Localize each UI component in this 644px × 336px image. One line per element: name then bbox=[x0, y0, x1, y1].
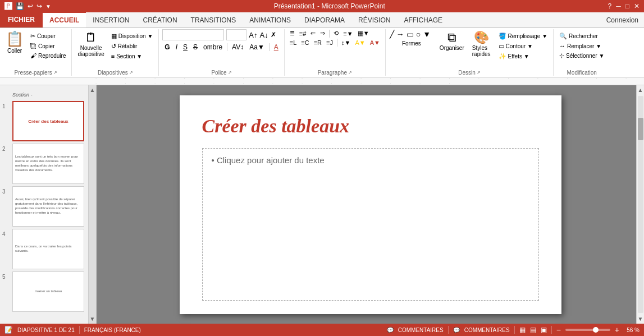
section-button[interactable]: ≡ Section ▼ bbox=[109, 52, 156, 61]
quick-access-customize[interactable]: ▼ bbox=[45, 3, 51, 10]
slide-item-4[interactable]: 4 Dans ce cours, on va traiter les point… bbox=[2, 229, 86, 269]
slide-title-text[interactable]: Créer des tableaux bbox=[202, 116, 539, 137]
font-grow-btn[interactable]: A↑ bbox=[249, 31, 257, 39]
italic-button[interactable]: I bbox=[173, 43, 180, 52]
scroll-down-arrow[interactable]: ▼ bbox=[88, 314, 97, 324]
zoom-out-btn[interactable]: − bbox=[556, 325, 561, 334]
tab-insertion[interactable]: INSERTION bbox=[86, 12, 136, 27]
zoom-pct[interactable]: 56 % bbox=[624, 327, 640, 333]
slide-thumb-2[interactable]: Les tableaux sont un très bon moyen pour… bbox=[12, 144, 84, 184]
bold-button[interactable]: G bbox=[162, 43, 172, 52]
tab-fichier[interactable]: FICHIER bbox=[0, 12, 43, 27]
group-expand-icon5[interactable]: ↗ bbox=[477, 70, 481, 75]
shape-arrow[interactable]: → bbox=[396, 29, 405, 39]
view-reading[interactable]: ▣ bbox=[541, 326, 547, 334]
scroll-up-arrow[interactable]: ▲ bbox=[88, 85, 97, 95]
group-expand-icon2[interactable]: ↗ bbox=[129, 70, 133, 75]
quick-access-save[interactable]: 💾 bbox=[16, 2, 24, 10]
spacing-button[interactable]: AV↕ bbox=[230, 43, 246, 52]
font-name-input[interactable] bbox=[162, 29, 224, 40]
slide-item-3[interactable]: 3 Aussi, bien qu'il soit possible de sép… bbox=[2, 186, 86, 227]
case-button[interactable]: Aa▼ bbox=[247, 43, 267, 52]
language-info[interactable]: FRANÇAIS (FRANCE) bbox=[84, 327, 141, 333]
help-button[interactable]: ? bbox=[608, 2, 612, 10]
font-color2-btn[interactable]: A▼ bbox=[368, 39, 382, 47]
align-right[interactable]: ≡R bbox=[312, 39, 323, 47]
quick-access-redo[interactable]: ↪ bbox=[36, 2, 42, 10]
maximize-button[interactable]: □ bbox=[625, 2, 629, 10]
slide-thumb-4[interactable]: Dans ce cours, on va traiter les points … bbox=[12, 229, 84, 269]
decrease-indent[interactable]: ⇐ bbox=[309, 29, 317, 38]
view-slide[interactable]: ▤ bbox=[530, 326, 536, 334]
shadow-button[interactable]: ombre bbox=[201, 43, 225, 52]
align-left[interactable]: ≡L bbox=[288, 39, 299, 47]
columns-button[interactable]: ▦▼ bbox=[356, 29, 371, 38]
tab-creation[interactable]: CRÉATION bbox=[136, 12, 184, 27]
tab-animations[interactable]: ANIMATIONS bbox=[243, 12, 298, 27]
remplissage-button[interactable]: 🪣 Remplissage ▼ bbox=[496, 31, 550, 41]
text-direction[interactable]: ⟲ bbox=[332, 29, 340, 38]
shape-more[interactable]: ▼ bbox=[422, 29, 431, 39]
slide-item-1[interactable]: 1 Créer des tableaux bbox=[2, 101, 86, 141]
connexion-button[interactable]: Connexion bbox=[601, 13, 644, 27]
tab-revision[interactable]: RÉVISION bbox=[351, 12, 397, 27]
organiser-button[interactable]: ⧉ Organiser bbox=[437, 29, 467, 52]
notes-icon[interactable]: 📝 bbox=[4, 326, 13, 334]
styles-rapides-button[interactable]: 🎨 Stylesrapides bbox=[470, 29, 493, 58]
coller-button[interactable]: 📋 Coller bbox=[3, 29, 26, 55]
shape-line[interactable]: ╱ bbox=[389, 29, 395, 39]
bullets-button[interactable]: ≣ bbox=[288, 29, 296, 38]
highlight-btn[interactable]: A▼ bbox=[353, 39, 367, 47]
slide-item-5[interactable]: 5 Insérer un tableau bbox=[2, 271, 86, 312]
nouvelle-diapositive-button[interactable]: 🗒 Nouvellediapositive bbox=[75, 29, 106, 58]
couper-button[interactable]: ✂ Couper bbox=[28, 31, 68, 41]
slide-thumb-3[interactable]: Aussi, bien qu'il soit possible de sépar… bbox=[12, 186, 84, 227]
strikethrough-button[interactable]: S bbox=[191, 43, 200, 52]
selectionner-button[interactable]: ⊹ Sélectionner ▼ bbox=[557, 51, 606, 61]
tab-transitions[interactable]: TRANSITIONS bbox=[184, 12, 243, 27]
increase-indent[interactable]: ⇒ bbox=[318, 29, 327, 38]
slide-thumb-1[interactable]: Créer des tableaux bbox=[12, 101, 84, 141]
scroll-bottom-arrow[interactable]: ▼ bbox=[636, 314, 644, 324]
commentaires-label1[interactable]: COMMENTAIRES bbox=[398, 327, 444, 333]
scroll-top-arrow[interactable]: ▲ bbox=[636, 85, 644, 95]
tab-affichage[interactable]: AFFICHAGE bbox=[397, 12, 449, 27]
slide-content-area[interactable]: • Cliquez pour ajouter du texte bbox=[202, 148, 539, 301]
align-button[interactable]: ≡▼ bbox=[341, 30, 354, 38]
zoom-slider[interactable] bbox=[565, 329, 610, 331]
disposition-button[interactable]: ▦ Disposition ▼ bbox=[109, 31, 156, 41]
clear-format-btn[interactable]: ✗ bbox=[271, 31, 276, 39]
group-expand-icon[interactable]: ↗ bbox=[53, 70, 57, 75]
rechercher-button[interactable]: 🔍 Rechercher bbox=[557, 31, 606, 41]
view-normal[interactable]: ▦ bbox=[519, 326, 526, 334]
shape-rect[interactable]: ▭ bbox=[406, 29, 414, 39]
retablir-button[interactable]: ↺ Rétablir bbox=[109, 42, 156, 51]
effets-button[interactable]: ✨ Effets ▼ bbox=[496, 52, 550, 61]
font-color-button[interactable]: A bbox=[272, 43, 281, 52]
slide-item-2[interactable]: 2 Les tableaux sont un très bon moyen po… bbox=[2, 144, 86, 184]
underline-button[interactable]: S bbox=[181, 43, 190, 52]
commentaires-icon1[interactable]: 💬 bbox=[387, 327, 394, 333]
shape-oval[interactable]: ○ bbox=[415, 29, 421, 39]
group-expand-icon4[interactable]: ↗ bbox=[348, 70, 352, 75]
numbering-button[interactable]: ≡# bbox=[298, 30, 308, 38]
minimize-button[interactable]: ─ bbox=[616, 2, 621, 10]
align-center[interactable]: ≡C bbox=[299, 39, 310, 47]
remplacer-button[interactable]: ↔ Remplacer ▼ bbox=[557, 42, 606, 50]
copier-button[interactable]: ⿻ Copier bbox=[28, 42, 68, 50]
line-spacing[interactable]: ↕▼ bbox=[340, 39, 352, 47]
close-button[interactable]: ✕ bbox=[634, 2, 640, 10]
group-expand-icon3[interactable]: ↗ bbox=[228, 70, 232, 75]
tab-diaporama[interactable]: DIAPORAMA bbox=[298, 12, 351, 27]
font-size-input[interactable] bbox=[226, 29, 246, 40]
font-shrink-btn[interactable]: A↓ bbox=[260, 31, 268, 39]
slide-thumb-5[interactable]: Insérer un tableau bbox=[12, 271, 84, 312]
commentaires-label2[interactable]: COMMENTAIRES bbox=[464, 327, 510, 333]
zoom-in-btn[interactable]: + bbox=[615, 325, 619, 334]
commentaires-icon2[interactable]: 💬 bbox=[453, 327, 460, 333]
contour-button[interactable]: ▭ Contour ▼ bbox=[496, 42, 550, 51]
tab-accueil[interactable]: ACCUEIL bbox=[43, 12, 86, 27]
reproduire-button[interactable]: 🖌 Reproduire bbox=[28, 51, 68, 60]
quick-access-undo[interactable]: ↩ bbox=[28, 2, 33, 10]
justify-btn[interactable]: ≡J bbox=[325, 39, 335, 47]
